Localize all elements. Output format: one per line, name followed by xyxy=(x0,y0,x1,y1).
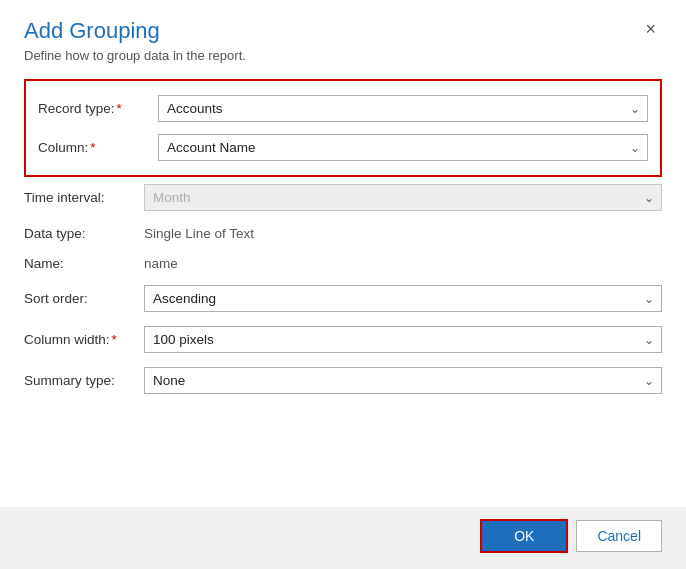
column-select[interactable]: Account Name Account Number City xyxy=(158,134,648,161)
ok-button[interactable]: OK xyxy=(480,519,568,553)
sort-order-row: Sort order: Ascending Descending ⌄ xyxy=(24,278,662,319)
required-fields-section: Record type:* Accounts Contacts Leads ⌄ … xyxy=(24,79,662,177)
record-type-row: Record type:* Accounts Contacts Leads ⌄ xyxy=(38,89,648,128)
record-type-select[interactable]: Accounts Contacts Leads xyxy=(158,95,648,122)
column-width-required: * xyxy=(112,332,117,347)
sort-order-label: Sort order: xyxy=(24,291,144,306)
name-label: Name: xyxy=(24,256,144,271)
dialog-body: Record type:* Accounts Contacts Leads ⌄ … xyxy=(0,63,686,507)
header-text: Add Grouping Define how to group data in… xyxy=(24,18,246,63)
column-width-select-wrapper: 100 pixels 150 pixels 200 pixels ⌄ xyxy=(144,326,662,353)
time-interval-select-wrapper: Month Quarter Year ⌄ xyxy=(144,184,662,211)
data-type-value: Single Line of Text xyxy=(144,225,662,241)
dialog-footer: OK Cancel xyxy=(0,507,686,569)
column-required: * xyxy=(90,140,95,155)
close-button[interactable]: × xyxy=(639,18,662,40)
column-width-row: Column width:* 100 pixels 150 pixels 200… xyxy=(24,319,662,360)
column-width-select[interactable]: 100 pixels 150 pixels 200 pixels xyxy=(144,326,662,353)
dialog: Add Grouping Define how to group data in… xyxy=(0,0,686,569)
summary-type-label: Summary type: xyxy=(24,373,144,388)
data-type-row: Data type: Single Line of Text xyxy=(24,218,662,248)
time-interval-select[interactable]: Month Quarter Year xyxy=(144,184,662,211)
summary-type-select[interactable]: None Sum Average Count Min Max xyxy=(144,367,662,394)
record-type-label: Record type:* xyxy=(38,101,158,116)
dialog-title: Add Grouping xyxy=(24,18,246,44)
time-interval-row: Time interval: Month Quarter Year ⌄ xyxy=(24,177,662,218)
record-type-required: * xyxy=(117,101,122,116)
column-width-label: Column width:* xyxy=(24,332,144,347)
summary-type-row: Summary type: None Sum Average Count Min… xyxy=(24,360,662,401)
summary-type-select-wrapper: None Sum Average Count Min Max ⌄ xyxy=(144,367,662,394)
dialog-header: Add Grouping Define how to group data in… xyxy=(0,0,686,63)
record-type-select-wrapper: Accounts Contacts Leads ⌄ xyxy=(158,95,648,122)
sort-order-select-wrapper: Ascending Descending ⌄ xyxy=(144,285,662,312)
column-row: Column:* Account Name Account Number Cit… xyxy=(38,128,648,167)
data-type-label: Data type: xyxy=(24,226,144,241)
optional-fields-section: Time interval: Month Quarter Year ⌄ Data… xyxy=(24,177,662,401)
column-select-wrapper: Account Name Account Number City ⌄ xyxy=(158,134,648,161)
name-row: Name: name xyxy=(24,248,662,278)
cancel-button[interactable]: Cancel xyxy=(576,520,662,552)
name-value: name xyxy=(144,255,662,271)
column-label: Column:* xyxy=(38,140,158,155)
sort-order-select[interactable]: Ascending Descending xyxy=(144,285,662,312)
time-interval-label: Time interval: xyxy=(24,190,144,205)
dialog-subtitle: Define how to group data in the report. xyxy=(24,48,246,63)
